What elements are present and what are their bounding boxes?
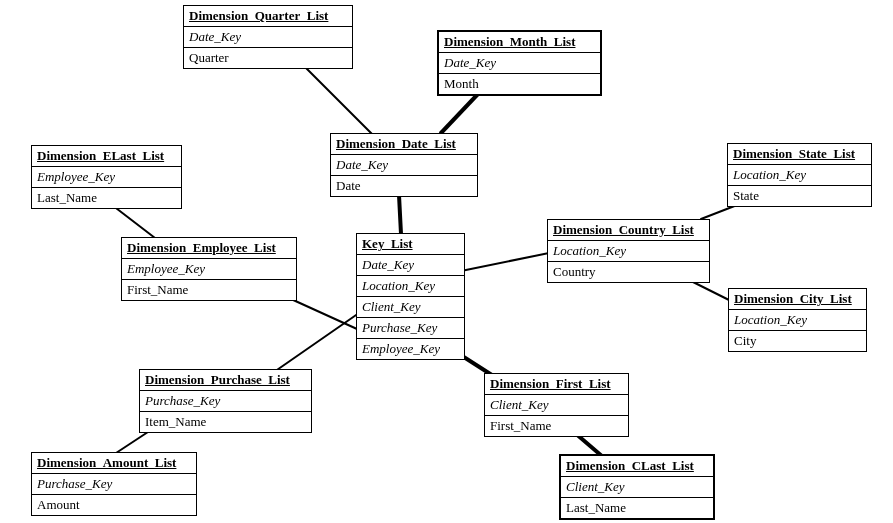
field-item-name: Item_Name xyxy=(140,412,311,432)
entity-dimension-purchase-list: Dimension_Purchase_List Purchase_Key Ite… xyxy=(139,369,312,433)
field-date-key: Date_Key xyxy=(439,53,600,74)
entity-dimension-quarter-list: Dimension_Quarter_List Date_Key Quarter xyxy=(183,5,353,69)
entity-dimension-elast-list: Dimension_ELast_List Employee_Key Last_N… xyxy=(31,145,182,209)
field-location-key: Location_Key xyxy=(357,276,464,297)
field-amount: Amount xyxy=(32,495,196,515)
entity-title: Dimension_Country_List xyxy=(548,220,709,241)
entity-title: Dimension_CLast_List xyxy=(561,456,713,477)
svg-line-1 xyxy=(441,95,477,133)
field-first-name: First_Name xyxy=(122,280,296,300)
field-location-key: Location_Key xyxy=(728,165,871,186)
field-employee-key: Employee_Key xyxy=(122,259,296,280)
svg-line-3 xyxy=(112,205,155,238)
svg-line-8 xyxy=(274,313,359,372)
entity-title: Key_List xyxy=(357,234,464,255)
entity-title: Dimension_Month_List xyxy=(439,32,600,53)
entity-title: Dimension_Quarter_List xyxy=(184,6,352,27)
entity-dimension-amount-list: Dimension_Amount_List Purchase_Key Amoun… xyxy=(31,452,197,516)
field-location-key: Location_Key xyxy=(548,241,709,262)
field-location-key: Location_Key xyxy=(729,310,866,331)
entity-dimension-date-list: Dimension_Date_List Date_Key Date xyxy=(330,133,478,197)
entity-dimension-country-list: Dimension_Country_List Location_Key Coun… xyxy=(547,219,710,283)
entity-title: Dimension_State_List xyxy=(728,144,871,165)
entity-key-list: Key_List Date_Key Location_Key Client_Ke… xyxy=(356,233,465,360)
svg-line-5 xyxy=(461,253,549,271)
field-month: Month xyxy=(439,74,600,94)
entity-title: Dimension_City_List xyxy=(729,289,866,310)
field-purchase-key: Purchase_Key xyxy=(357,318,464,339)
field-date-key: Date_Key xyxy=(184,27,352,48)
field-employee-key: Employee_Key xyxy=(32,167,181,188)
field-client-key: Client_Key xyxy=(357,297,464,318)
entity-title: Dimension_Amount_List xyxy=(32,453,196,474)
entity-dimension-employee-list: Dimension_Employee_List Employee_Key Fir… xyxy=(121,237,297,301)
entity-title: Dimension_Purchase_List xyxy=(140,370,311,391)
field-date: Date xyxy=(331,176,477,196)
entity-dimension-state-list: Dimension_State_List Location_Key State xyxy=(727,143,872,207)
field-country: Country xyxy=(548,262,709,282)
field-city: City xyxy=(729,331,866,351)
field-client-key: Client_Key xyxy=(485,395,628,416)
entity-dimension-clast-list: Dimension_CLast_List Client_Key Last_Nam… xyxy=(559,454,715,520)
field-last-name: Last_Name xyxy=(561,498,713,518)
entity-dimension-month-list: Dimension_Month_List Date_Key Month xyxy=(437,30,602,96)
field-purchase-key: Purchase_Key xyxy=(32,474,196,495)
field-date-key: Date_Key xyxy=(357,255,464,276)
svg-line-7 xyxy=(691,281,731,301)
field-client-key: Client_Key xyxy=(561,477,713,498)
field-employee-key: Employee_Key xyxy=(357,339,464,359)
svg-line-2 xyxy=(399,195,401,234)
svg-line-4 xyxy=(291,299,357,329)
field-state: State xyxy=(728,186,871,206)
field-quarter: Quarter xyxy=(184,48,352,68)
field-last-name: Last_Name xyxy=(32,188,181,208)
entity-title: Dimension_Date_List xyxy=(331,134,477,155)
entity-title: Dimension_ELast_List xyxy=(32,146,181,167)
entity-title: Dimension_Employee_List xyxy=(122,238,296,259)
svg-line-0 xyxy=(303,65,373,135)
entity-dimension-first-list: Dimension_First_List Client_Key First_Na… xyxy=(484,373,629,437)
field-date-key: Date_Key xyxy=(331,155,477,176)
entity-dimension-city-list: Dimension_City_List Location_Key City xyxy=(728,288,867,352)
entity-title: Dimension_First_List xyxy=(485,374,628,395)
field-purchase-key: Purchase_Key xyxy=(140,391,311,412)
field-first-name: First_Name xyxy=(485,416,628,436)
